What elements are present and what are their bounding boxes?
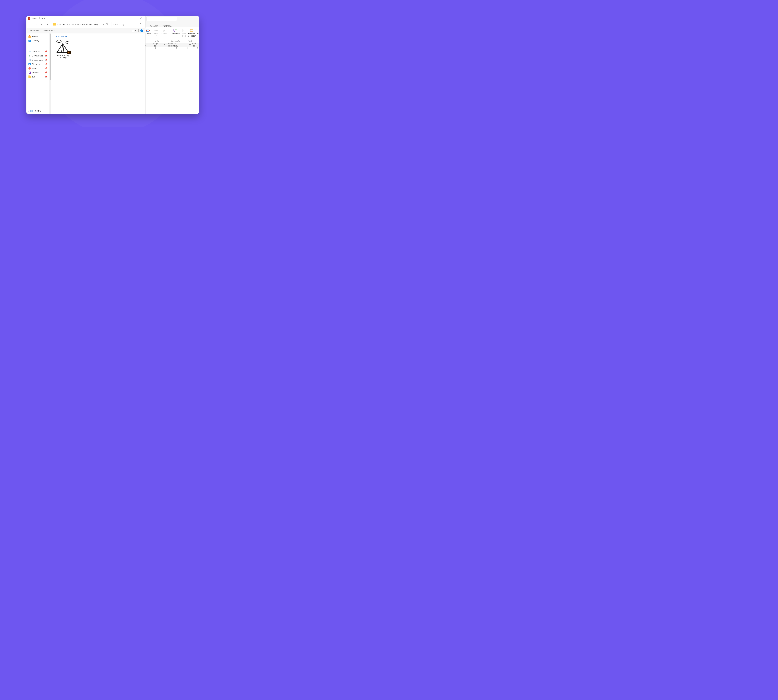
breadcrumb-segment-1[interactable]: 4538638-travel — [59, 23, 74, 26]
videos-icon — [28, 72, 31, 74]
file-preview-icon: Ai — [55, 39, 70, 54]
svg-point-28 — [140, 23, 141, 25]
ribbon-group-links-label: Links — [144, 40, 170, 42]
search-icon — [139, 23, 142, 26]
svg-rect-0 — [147, 30, 149, 32]
desktop-icon — [28, 50, 31, 53]
pin-icon[interactable]: 📌 — [45, 55, 47, 57]
sidebar-item-videos[interactable]: Videos📌 — [26, 70, 50, 75]
pin-icon[interactable]: 📌 — [45, 63, 47, 65]
sidebar-item-this-pc[interactable]: ⌄ This PC — [26, 108, 50, 113]
documents-icon — [28, 59, 31, 61]
nav-recent-dropdown[interactable] — [40, 22, 44, 27]
pin-icon[interactable]: 📌 — [45, 72, 47, 74]
file-name-line2: tent.svg — [53, 57, 72, 58]
action-icon — [162, 28, 166, 33]
search-input[interactable]: Search svg — [112, 22, 143, 27]
ai-file-badge: Ai — [67, 51, 71, 54]
scrollbar[interactable] — [50, 33, 50, 114]
powerpoint-icon: P — [28, 17, 30, 20]
align-top-button[interactable]: Align Top — [150, 43, 161, 47]
svg-point-34 — [65, 48, 65, 49]
breadcrumb[interactable]: « 4538638-travel › 4538638-travel › svg — [52, 22, 109, 27]
chevron-right-icon[interactable]: ⌄ — [28, 110, 30, 112]
sidebar-item-downloads[interactable]: ↓Downloads📌 — [26, 54, 50, 58]
svg-rect-6 — [174, 29, 177, 31]
ribbon-link-button[interactable]: Link ▾ — [152, 28, 160, 37]
svg-rect-1 — [146, 30, 147, 31]
svg-rect-2 — [149, 30, 150, 31]
breadcrumb-dropdown[interactable] — [102, 23, 104, 26]
dialog-nav-bar: « 4538638-travel › 4538638-travel › svg … — [26, 21, 145, 28]
svg-text:A: A — [183, 30, 185, 32]
search-placeholder: Search svg — [113, 23, 125, 26]
home-icon — [28, 35, 31, 38]
svg-point-30 — [57, 40, 61, 42]
align-middle-button[interactable]: Align Mid — [189, 43, 199, 47]
preview-pane-button[interactable] — [138, 30, 139, 32]
dialog-content-area[interactable]: ⌄ Last week Ai — [50, 33, 145, 114]
sidebar-item-music[interactable]: ♪Music📌 — [26, 66, 50, 70]
link-icon — [154, 28, 158, 33]
pin-icon[interactable]: 📌 — [45, 67, 47, 70]
dialog-titlebar: P Insert Picture — [26, 16, 145, 21]
ribbon-group-comments-label: Comments — [170, 40, 181, 42]
header-footer-icon — [189, 28, 194, 33]
chevron-right-icon: › — [75, 23, 76, 26]
dialog-sidebar: Home Gallery Desktop📌 ↓Downloads📌 Docume… — [26, 33, 50, 114]
svg-point-35 — [65, 50, 66, 50]
sidebar-separator — [28, 44, 47, 44]
ribbon-comment-button[interactable]: Comment — [170, 28, 181, 35]
comment-icon — [173, 28, 177, 33]
gallery-icon — [28, 40, 31, 42]
insert-picture-dialog: P Insert Picture « 4538638-travel › 4538… — [26, 16, 145, 114]
new-folder-button[interactable]: New folder — [43, 30, 54, 32]
file-thumbnail-camping-tent[interactable]: Ai 008-camping tent.svg — [53, 39, 72, 58]
svg-rect-12 — [190, 29, 193, 30]
pc-icon — [30, 110, 33, 112]
chevron-down-icon: ⌄ — [53, 35, 55, 38]
breadcrumb-overflow[interactable]: « — [57, 23, 58, 26]
refresh-button[interactable] — [106, 23, 108, 26]
help-button[interactable]: ? — [140, 29, 143, 32]
sidebar-item-svg[interactable]: svg📌 — [26, 75, 50, 79]
pin-icon[interactable]: 📌 — [45, 50, 47, 53]
sidebar-item-desktop[interactable]: Desktop📌 — [26, 50, 50, 54]
file-name-line1: 008-camping — [53, 54, 72, 57]
folder-icon — [53, 23, 56, 25]
distribute-horizontally-button[interactable]: Distribute Horizontally — [164, 43, 185, 47]
breadcrumb-segment-3[interactable]: svg — [94, 23, 98, 26]
breadcrumb-segment-2[interactable]: 4538638-travel — [77, 23, 92, 26]
nav-back-button[interactable] — [28, 22, 33, 27]
dialog-title: Insert Picture — [32, 17, 45, 20]
pin-icon[interactable]: 📌 — [45, 76, 47, 78]
svg-point-31 — [66, 42, 69, 43]
sidebar-item-home[interactable]: Home — [26, 34, 50, 38]
folder-icon — [28, 76, 31, 78]
sidebar-item-documents[interactable]: Documents📌 — [26, 58, 50, 62]
svg-rect-20 — [164, 44, 165, 45]
tab-acrobat[interactable]: Acrobat — [150, 25, 158, 27]
tab-toolstoo[interactable]: ToolsToo — [163, 25, 172, 27]
pin-icon[interactable]: 📌 — [45, 59, 47, 61]
organize-menu[interactable]: Organize▼ — [29, 30, 39, 32]
sidebar-item-pictures[interactable]: Pictures📌 — [26, 62, 50, 66]
ribbon-header-footer-button[interactable]: Header & Footer — [187, 28, 196, 37]
ppt-search-box[interactable] — [147, 17, 177, 21]
chevron-right-icon: › — [93, 23, 93, 26]
ribbon-wordart-button[interactable]: W — [196, 28, 199, 35]
ribbon-textbox-button[interactable]: A Text Box — [181, 28, 187, 37]
svg-marker-5 — [163, 29, 165, 32]
view-layout-button[interactable]: ▼ — [132, 30, 136, 32]
close-button[interactable] — [138, 16, 144, 21]
nav-up-button[interactable] — [45, 22, 50, 27]
textbox-icon: A — [182, 28, 186, 33]
group-header-last-week[interactable]: ⌄ Last week — [52, 35, 143, 39]
svg-rect-19 — [152, 44, 152, 45]
svg-point-33 — [64, 47, 65, 47]
ribbon-action-button[interactable]: Action — [160, 28, 168, 35]
pictures-icon — [28, 63, 31, 65]
sidebar-item-gallery[interactable]: Gallery — [26, 38, 50, 43]
nav-forward-button[interactable] — [34, 22, 38, 27]
svg-line-29 — [141, 25, 142, 25]
